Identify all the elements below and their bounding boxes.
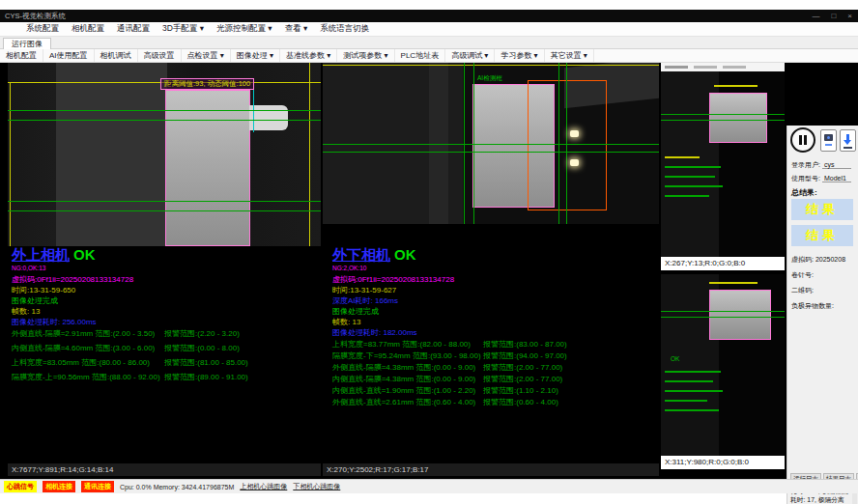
left-camera-view[interactable]: 距离阈值:93, 动态阈值:100 (8, 63, 321, 246)
snapshot-button[interactable] (820, 129, 837, 152)
tool-other-settings[interactable]: 其它设置 ▾ (545, 49, 594, 62)
maximize-icon[interactable]: □ (831, 10, 836, 22)
cursor-coords-readout: X:270;Y:2502;R:17;G:17;B:17 (323, 463, 659, 476)
ai-elapsed-text: 深度AI耗时: 166ms (332, 295, 398, 306)
cursor-coords-readout: X:311;Y:980;R:0;G:0;B:0 (661, 456, 785, 469)
lower-camera-heartbeat-link[interactable]: 下相机心跳图像 (293, 482, 340, 491)
thumb-text-line (665, 400, 707, 402)
measurement-value: 隔膜宽度-上=90.56mm 范围:(88.00 - 92.00) (12, 372, 160, 382)
tool-baseline-params[interactable]: 基准线参数 ▾ (280, 49, 337, 62)
measurement-alarm: 报警范围:(0.60 - 4.00) (483, 397, 558, 407)
thumb-text-line (665, 195, 709, 197)
foreign-object-count-field: 负极异物数量: (791, 301, 855, 311)
close-icon[interactable]: × (847, 10, 852, 22)
elapsed-text: 图像处理耗时: 182.00ms (332, 327, 417, 338)
menu-item-view[interactable]: 查看 ▾ (285, 23, 308, 35)
title-bar: CYS-视觉检测系统 — □ × (0, 10, 858, 22)
total-result-label: 总结果: (791, 187, 855, 198)
tool-test-params[interactable]: 测试项参数 ▾ (337, 49, 394, 62)
menu-item-3d-config[interactable]: 3D手配置 ▾ (162, 23, 204, 35)
menu-item-camera-config[interactable]: 相机配置 (72, 23, 104, 35)
measurement-alarm: 报警范围:(2.00 - 77.00) (483, 374, 562, 384)
tool-plc-address-table[interactable]: PLC地址表 (395, 49, 446, 62)
measurement-value: 上料宽度=83.05mm 范围:(80.00 - 86.00) (12, 357, 150, 368)
overlay-measure-line (661, 114, 785, 115)
thumbnail-tab-strip[interactable] (661, 63, 785, 71)
tool-image-processing[interactable]: 图像处理 ▾ (231, 49, 280, 62)
tool-camera-debug[interactable]: 相机调试 (95, 49, 138, 62)
overlay-right-edge-line (309, 63, 310, 246)
cursor-coords-readout: X:267;Y:13;R:0;G:0;B:0 (661, 257, 785, 270)
overlay-measure-line (661, 317, 785, 318)
pause-button[interactable] (790, 127, 815, 153)
pause-icon (804, 135, 807, 145)
camera-name: 外上相机 (12, 246, 70, 263)
frame-count-text: 帧数: 13 (332, 317, 360, 327)
tool-advanced-debug[interactable]: 高级调试 ▾ (445, 49, 495, 62)
camera-connection-badge: 相机连接 (43, 481, 75, 492)
measurement-alarm: 报警范围:(2.20 - 3.20) (164, 328, 240, 339)
minimize-icon[interactable]: — (812, 10, 819, 22)
model-value[interactable]: Model1 (822, 175, 851, 182)
status-ok-text: OK (73, 246, 96, 263)
login-user-label: 登录用户: (791, 161, 820, 168)
menu-item-language[interactable]: 系统语言切换 (320, 23, 369, 35)
result-indicator-bottom: 结果 (791, 225, 853, 246)
tab-connector-region (249, 105, 288, 130)
overlay-text-mark (709, 282, 758, 284)
time-text: 时间:13-31-59-650 (12, 285, 75, 295)
upper-camera-heartbeat-link[interactable]: 上相机心跳图像 (240, 482, 287, 491)
model-label: 使用型号: (791, 175, 820, 182)
save-image-button[interactable] (840, 129, 856, 152)
thumb-ok-text: OK (671, 355, 679, 362)
tab-run-image[interactable]: 运行图像 (3, 38, 51, 49)
menu-item-system-config[interactable]: 系统配置 (26, 23, 59, 35)
thumbnail-column: X:267;Y:13;R:0;G:0;B:0 OK X:311;Y:980;R:… (661, 63, 785, 479)
toolbar: 相机配置 AI使用配置 相机调试 高级设置 点检设置 ▾ 图像处理 ▾ 基准线参… (0, 49, 858, 63)
tool-camera-config[interactable]: 相机配置 (0, 49, 43, 62)
thumb-text-line (665, 371, 721, 373)
measurement-value: 内侧直线-隔膜=4.60mm 范围:(3.00 - 6.00) (12, 343, 155, 353)
comm-connection-badge: 通讯连接 (81, 481, 114, 492)
menu-bar: 系统配置 相机配置 通讯配置 3D手配置 ▾ 光源控制配置 ▾ 查看 ▾ 系统语… (0, 22, 858, 37)
tool-learning-params[interactable]: 学习参数 ▾ (495, 49, 544, 62)
overlay-baseline (323, 65, 659, 66)
thumb-tab-marker (694, 66, 717, 69)
pause-icon (799, 135, 802, 145)
login-user-value[interactable]: cys (822, 161, 851, 169)
menu-item-comm-config[interactable]: 通讯配置 (117, 23, 150, 35)
ai-detect-box (528, 80, 607, 210)
process-done-text: 图像处理完成 (332, 306, 379, 317)
electrode-region (165, 90, 250, 246)
measurement-alarm: 报警范围:(0.00 - 8.00) (164, 343, 240, 353)
led-spot (570, 159, 579, 166)
thumb-text-line (665, 176, 715, 178)
download-base-icon (844, 147, 852, 149)
frame-count-text: 帧数: 13 (12, 306, 40, 317)
login-user-field: 登录用户: cys (791, 160, 855, 170)
status-bar: 心跳信号 相机连接 通讯连接 Cpu: 0.0% Memory: 3424.41… (0, 479, 858, 493)
time-text: 时间:13-31-59-627 (332, 285, 396, 295)
camera-name: 外下相机 (332, 246, 390, 263)
measurement-value: 外侧直线-隔膜=2.91mm 范围:(2.00 - 3.50) (12, 328, 155, 339)
ai-box-label: AI检测框 (477, 74, 502, 83)
thumb-text-line (665, 156, 700, 158)
qr-code-label: 二维码: (791, 287, 814, 294)
menu-item-light-config[interactable]: 光源控制配置 ▾ (216, 23, 272, 35)
foreign-object-count-label: 负极异物数量: (791, 302, 834, 309)
tool-advanced-settings[interactable]: 高级设置 (138, 49, 182, 62)
center-camera-panel: AI检测框 外下相机OK NG:2,OK:10 虚拟码:0Ff1ii=20250… (323, 63, 659, 479)
ng-ok-counter: NG:2,OK:10 (332, 265, 366, 271)
tool-ai-usage-config[interactable]: AI使用配置 (43, 49, 95, 62)
measurement-value: 内侧直线-隔膜=4.38mm 范围:(0.00 - 9.00) (332, 374, 475, 384)
center-camera-view[interactable]: AI检测框 (323, 63, 659, 224)
tool-spotcheck-settings[interactable]: 点检设置 ▾ (182, 49, 231, 62)
virtual-code-value: 20250208 (815, 256, 845, 263)
aux-camera-view-bottom[interactable]: OK (661, 274, 785, 456)
overlay-measure-line (8, 120, 321, 121)
measurement-alarm: 报警范围:(2.00 - 77.00) (483, 362, 562, 373)
aux-camera-view-top[interactable] (661, 71, 785, 257)
measurement-alarm: 报警范围:(89.00 - 91.00) (164, 372, 248, 382)
camera-lens-icon (827, 136, 830, 139)
virtual-code-label: 虚拟码: (791, 256, 814, 263)
